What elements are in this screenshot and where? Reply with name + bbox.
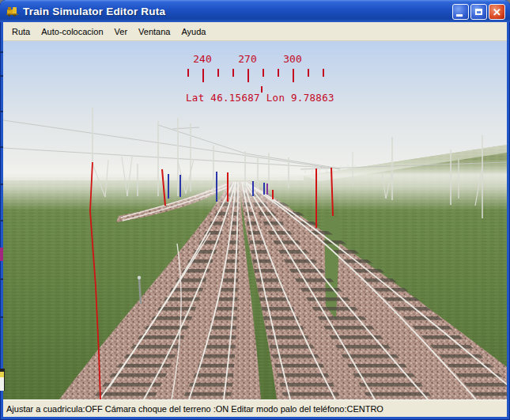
border-tick: [0, 51, 3, 53]
app-icon: [6, 5, 19, 17]
menu-ver[interactable]: Ver: [109, 24, 134, 40]
border-tick: [0, 75, 3, 77]
border-tick: [0, 316, 3, 318]
border-tick: [0, 184, 3, 185]
close-button[interactable]: ✕: [489, 4, 505, 20]
app-window: Train Simulator Editor Ruta ✕ Ruta Auto-…: [0, 0, 510, 420]
close-icon: ✕: [489, 6, 504, 19]
menu-auto-colocacion[interactable]: Auto-colocacion: [36, 24, 108, 40]
border-corner-artifact: [0, 369, 5, 391]
route-scene: [3, 41, 507, 399]
menu-ruta[interactable]: Ruta: [6, 24, 36, 40]
window-title: Train Simulator Editor Ruta: [23, 6, 165, 17]
menubar: Ruta Auto-colocacion Ver Ventana Ayuda: [3, 22, 507, 41]
viewport-3d[interactable]: 240270300 Lat 46.15687 Lon 9.78863: [3, 41, 507, 399]
minimize-icon: [456, 14, 463, 17]
minimize-button[interactable]: [452, 4, 469, 20]
menu-ventana[interactable]: Ventana: [133, 24, 176, 40]
statusbar: Ajustar a cuadricula:OFF Cámara choque d…: [3, 399, 507, 417]
border-tick: [0, 111, 3, 112]
maximize-button[interactable]: [470, 4, 487, 20]
status-text: Ajustar a cuadricula:OFF Cámara choque d…: [6, 404, 383, 414]
border-tick: [0, 220, 3, 221]
fog-haze: [3, 158, 507, 210]
border-magenta-mark: [0, 248, 3, 261]
menu-ayuda[interactable]: Ayuda: [176, 24, 211, 40]
maximize-icon: [475, 9, 482, 15]
border-tick: [0, 278, 3, 280]
border-tick: [0, 146, 3, 148]
titlebar[interactable]: Train Simulator Editor Ruta ✕: [0, 0, 510, 22]
